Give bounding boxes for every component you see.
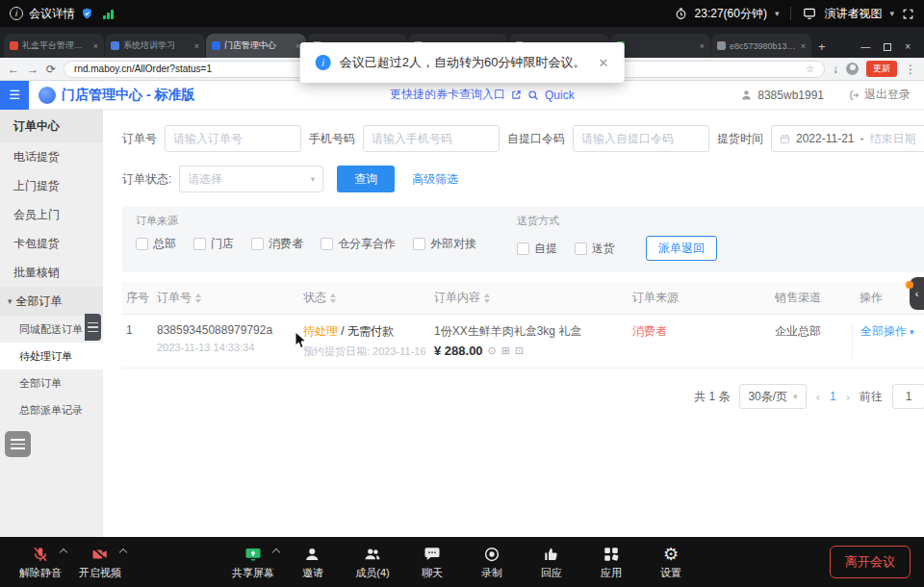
advanced-filter-link[interactable]: 高级筛选 <box>412 171 458 188</box>
browser-tab-active[interactable]: 门店管理中心× <box>206 34 306 58</box>
orders-table: 序号 订单号 状态 订单内容 订单来源 销售渠道 操作 1 8385934508… <box>122 282 924 369</box>
view-mode-label[interactable]: 演讲者视图 <box>824 6 882 22</box>
bookmark-star-icon[interactable]: ☆ <box>806 64 814 74</box>
browser-profile-icon[interactable] <box>846 63 859 75</box>
page-size-select[interactable]: 30条/页▾ <box>739 384 806 409</box>
checkbox-label: 外部对接 <box>430 236 476 252</box>
tab-close-icon[interactable]: × <box>700 41 705 51</box>
record-button[interactable]: 录制 <box>465 544 519 580</box>
user-account[interactable]: 8385wb1991 <box>740 89 824 102</box>
network-signal-icon[interactable] <box>103 9 114 19</box>
order-source-label: 订单来源 <box>136 214 476 228</box>
browser-tab[interactable]: e8c573980b1328a258fd2e6f× <box>711 34 811 58</box>
dispatch-return-button[interactable]: 派单退回 <box>646 236 717 261</box>
sort-icon[interactable] <box>484 294 490 303</box>
goto-page-input[interactable] <box>892 384 924 409</box>
col-order-no[interactable]: 订单号 <box>157 290 303 306</box>
phone-input[interactable] <box>363 125 500 152</box>
mic-options-caret-icon[interactable] <box>60 549 67 556</box>
sidebar-drag-handle[interactable] <box>85 314 101 341</box>
meeting-info[interactable]: i 会议详情 <box>10 6 114 22</box>
sidebar-item-member-visit[interactable]: 会员上门 <box>0 200 103 229</box>
share-screen-button[interactable]: 共享屏幕 <box>226 544 280 580</box>
checkbox-hq[interactable]: 总部 <box>136 236 176 252</box>
all-actions-dropdown[interactable]: 全部操作▾ <box>860 323 914 340</box>
tab-close-icon[interactable]: × <box>194 41 199 51</box>
note-icon[interactable]: ⊙ <box>488 345 497 357</box>
window-minimize-button[interactable]: — <box>860 41 870 52</box>
search-icon[interactable] <box>527 89 539 101</box>
checkbox-warehouse-share[interactable]: 仓分享合作 <box>321 236 396 252</box>
download-icon[interactable]: ↓ <box>833 63 838 76</box>
browser-menu-icon[interactable]: ⋮ <box>905 63 916 76</box>
col-status[interactable]: 状态 <box>303 290 434 306</box>
logout-button[interactable]: 退出登录 <box>849 87 911 103</box>
sidebar-sub-hq-dispatch[interactable]: 总部派单记录 <box>0 396 103 423</box>
prev-page-button[interactable]: ‹ <box>816 390 820 404</box>
device-icon[interactable]: ⊡ <box>515 345 524 357</box>
members-button[interactable]: 成员(4) <box>346 544 399 580</box>
start-video-button[interactable]: 开启视频 <box>73 544 127 580</box>
invite-button[interactable]: 邀请 <box>286 544 340 580</box>
fullscreen-icon[interactable] <box>902 8 914 20</box>
chat-button[interactable]: 聊天 <box>405 544 459 580</box>
col-content[interactable]: 订单内容 <box>434 290 632 306</box>
view-mode-caret-icon[interactable]: ▾ <box>889 9 894 18</box>
new-tab-button[interactable]: + <box>818 39 826 54</box>
sort-icon[interactable] <box>195 294 201 303</box>
browser-tab[interactable]: × <box>610 34 710 58</box>
external-link-icon[interactable] <box>511 89 522 100</box>
tab-close-icon[interactable]: × <box>801 41 806 51</box>
hamburger-menu-button[interactable]: ☰ <box>0 81 29 110</box>
checkbox-store[interactable]: 门店 <box>193 236 234 252</box>
browser-update-button[interactable]: 更新 <box>866 61 897 77</box>
browser-tab[interactable]: 系统培训学习× <box>105 34 205 58</box>
reaction-button[interactable]: 回应 <box>525 544 578 580</box>
settings-button[interactable]: ⚙ 设置 <box>644 544 698 580</box>
search-button[interactable]: 查询 <box>337 166 395 192</box>
checkbox-self-pickup[interactable]: 自提 <box>517 241 557 257</box>
pickup-code-input[interactable] <box>573 125 709 152</box>
sidebar-sub-pending-orders[interactable]: 待处理订单 <box>0 343 103 370</box>
checkbox-consumer[interactable]: 消费者 <box>251 236 303 252</box>
order-no-input[interactable] <box>165 125 301 152</box>
quick-label[interactable]: Quick <box>545 89 575 102</box>
back-icon[interactable]: ← <box>8 63 19 76</box>
timer-caret-icon[interactable]: ▾ <box>775 9 780 18</box>
order-status-select[interactable]: 请选择 ▾ <box>179 166 323 192</box>
next-page-button[interactable]: › <box>846 390 850 404</box>
unmute-button[interactable]: 解除静音 <box>13 544 67 580</box>
sidebar-item-phone-pickup[interactable]: 电话提货 <box>0 142 103 171</box>
sidebar-item-card-pickup[interactable]: 卡包提货 <box>0 229 103 258</box>
checkbox-label: 门店 <box>211 236 234 252</box>
browser-tab[interactable]: 礼盒平台管理中心× <box>4 34 104 58</box>
checkbox-label: 总部 <box>153 236 176 252</box>
share-options-caret-icon[interactable] <box>272 549 280 556</box>
leave-meeting-button[interactable]: 离开会议 <box>830 546 911 578</box>
security-shield-icon[interactable] <box>81 7 93 20</box>
current-page[interactable]: 1 <box>830 390 836 403</box>
gift-icon[interactable]: ⊞ <box>501 345 510 357</box>
apps-button[interactable]: 应用 <box>584 544 638 580</box>
window-maximize-button[interactable] <box>884 43 891 51</box>
video-options-caret-icon[interactable] <box>119 549 127 556</box>
col-index: 序号 <box>122 290 157 306</box>
pickup-date-range-picker[interactable]: 2022-11-21 - 结束日期 <box>771 125 924 152</box>
forward-icon[interactable]: → <box>27 63 38 76</box>
tab-close-icon[interactable]: × <box>93 41 98 51</box>
window-close-button[interactable]: × <box>905 41 911 52</box>
sort-icon[interactable] <box>330 294 336 303</box>
sidebar-item-door-pickup[interactable]: 上门提货 <box>0 171 103 200</box>
sidebar-group-all-orders[interactable]: ▾ 全部订单 <box>0 287 103 316</box>
meeting-timer[interactable]: 23:27(60分钟) <box>695 6 767 22</box>
members-icon <box>364 546 381 563</box>
floating-list-button[interactable] <box>5 431 31 457</box>
checkbox-external[interactable]: 外部对接 <box>413 236 476 252</box>
toast-close-icon[interactable]: ✕ <box>598 56 608 70</box>
refresh-icon[interactable]: ⟳ <box>46 63 56 76</box>
sidebar-sub-all-orders[interactable]: 全部订单 <box>0 370 103 396</box>
quick-entry-link[interactable]: 更快捷的券卡查询入口 <box>390 87 505 103</box>
checkbox-delivery[interactable]: 送货 <box>575 241 615 257</box>
edge-panel-toggle[interactable]: ‹ <box>910 277 924 310</box>
sidebar-item-batch-verify[interactable]: 批量核销 <box>0 258 103 287</box>
